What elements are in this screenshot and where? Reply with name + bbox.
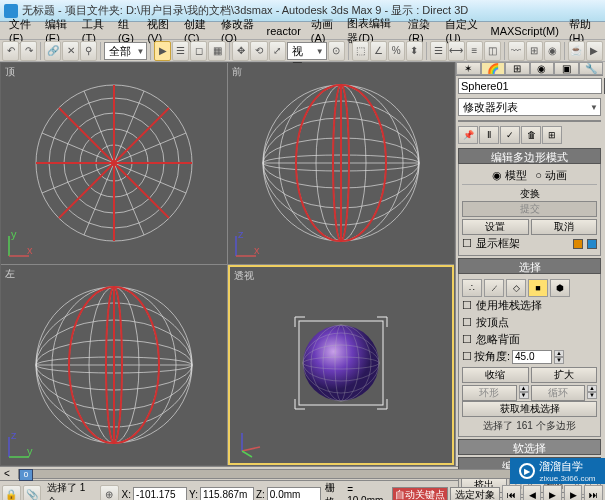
rotate-button[interactable]: ⟲: [250, 41, 267, 61]
select-button[interactable]: ▶: [154, 41, 171, 61]
viewport-front[interactable]: 前 zx: [228, 63, 454, 264]
ring-button[interactable]: 环形: [462, 385, 517, 401]
tab-utilities[interactable]: 🔧: [579, 62, 604, 75]
modifier-stack[interactable]: ◇编辑多边形 ◇对称 ◇编辑网格 ◇Sphere: [458, 120, 601, 122]
move-button[interactable]: ✥: [232, 41, 249, 61]
subobj-element[interactable]: ⬢: [550, 279, 570, 297]
layers-button[interactable]: ◫: [484, 41, 501, 61]
angle-spinner[interactable]: [512, 350, 552, 364]
ref-coord-combo[interactable]: 视图: [287, 42, 327, 60]
ignore-back-checkbox[interactable]: ☐: [462, 333, 472, 346]
select-region-button[interactable]: ◻: [190, 41, 207, 61]
spinner-snap[interactable]: ⬍: [406, 41, 423, 61]
menu-tools[interactable]: 工具(T): [77, 17, 113, 44]
coord-x-input[interactable]: [133, 487, 187, 500]
mirror-button[interactable]: ⟷: [448, 41, 465, 61]
object-name-input[interactable]: [458, 78, 602, 94]
rollout-soft-sel-header[interactable]: 软选择: [458, 439, 601, 455]
percent-snap[interactable]: %: [388, 41, 405, 61]
render-scene-button[interactable]: ☕: [568, 41, 585, 61]
menu-customize[interactable]: 自定义(U): [440, 17, 485, 44]
quick-render-button[interactable]: ▶: [586, 41, 603, 61]
by-angle-checkbox[interactable]: ☐: [462, 350, 472, 363]
lock-icon[interactable]: 📎: [23, 485, 42, 501]
grow-button[interactable]: 扩大: [531, 367, 598, 383]
menu-maxscript[interactable]: MAXScript(M): [486, 25, 564, 37]
cage-color-1[interactable]: [573, 239, 583, 249]
radio-model[interactable]: ◉ 模型: [492, 168, 527, 183]
link-button[interactable]: 🔗: [44, 41, 61, 61]
goto-end-button[interactable]: ⏭: [584, 485, 603, 501]
spinner-up[interactable]: ▲: [554, 350, 564, 357]
menu-reactor[interactable]: reactor: [262, 25, 306, 37]
coord-y-input[interactable]: [200, 487, 254, 500]
schematic-button[interactable]: ⊞: [526, 41, 543, 61]
by-vertex-checkbox[interactable]: ☐: [462, 316, 472, 329]
rollout-edit-mode-header[interactable]: 编辑多边形模式: [458, 148, 601, 164]
menu-modifiers[interactable]: 修改器(O): [216, 17, 261, 44]
snap-toggle[interactable]: ⬚: [352, 41, 369, 61]
pin-stack-button[interactable]: 📌: [458, 126, 478, 144]
window-crossing-button[interactable]: ▦: [208, 41, 225, 61]
scale-button[interactable]: ⤢: [269, 41, 286, 61]
named-sel-button[interactable]: ☰: [430, 41, 447, 61]
rollout-selection-header[interactable]: 选择: [458, 258, 601, 274]
material-editor-button[interactable]: ◉: [544, 41, 561, 61]
unlink-button[interactable]: ✕: [62, 41, 79, 61]
menu-help[interactable]: 帮助(H): [564, 17, 601, 44]
redo-button[interactable]: ↷: [20, 41, 37, 61]
transform-type-button[interactable]: ⊕: [100, 485, 119, 501]
get-stack-sel-button[interactable]: 获取堆栈选择: [462, 401, 597, 417]
bind-button[interactable]: ⚲: [80, 41, 97, 61]
menu-group[interactable]: 组(G): [113, 17, 143, 44]
submit-button[interactable]: 提交: [462, 201, 597, 217]
subobj-vertex[interactable]: ∴: [462, 279, 482, 297]
make-unique-button[interactable]: ✓: [500, 126, 520, 144]
subobj-polygon[interactable]: ■: [528, 279, 548, 297]
menu-edit[interactable]: 编辑(E): [40, 17, 77, 44]
goto-start-button[interactable]: ⏮: [502, 485, 521, 501]
time-marker[interactable]: 0: [19, 469, 33, 481]
tab-motion[interactable]: ◉: [530, 62, 555, 75]
menu-render[interactable]: 渲染(R): [403, 17, 440, 44]
select-name-button[interactable]: ☰: [172, 41, 189, 61]
cancel-button[interactable]: 取消: [531, 219, 598, 235]
remove-modifier-button[interactable]: 🗑: [521, 126, 541, 144]
angle-snap[interactable]: ∠: [370, 41, 387, 61]
configure-sets-button[interactable]: ⊞: [542, 126, 562, 144]
modifier-list-combo[interactable]: 修改器列表: [458, 98, 601, 116]
tab-hierarchy[interactable]: ⊞: [505, 62, 530, 75]
sel-locked-button[interactable]: 选定对象: [450, 487, 500, 501]
show-end-result-button[interactable]: Ⅱ: [479, 126, 499, 144]
use-stack-sel-checkbox[interactable]: ☐: [462, 299, 472, 312]
selection-filter-combo[interactable]: 全部: [104, 42, 147, 60]
menu-view[interactable]: 视图(V): [142, 17, 179, 44]
menu-animation[interactable]: 动画(A): [306, 17, 343, 44]
next-frame-button[interactable]: ▶: [564, 485, 583, 501]
settings-button[interactable]: 设置: [462, 219, 529, 235]
lock-selection-button[interactable]: 🔒: [2, 485, 21, 501]
shrink-button[interactable]: 收缩: [462, 367, 529, 383]
loop-button[interactable]: 循环: [531, 385, 586, 401]
subobj-edge[interactable]: ⟋: [484, 279, 504, 297]
viewport-top[interactable]: 顶 yx: [1, 63, 227, 264]
spinner-down[interactable]: ▼: [554, 357, 564, 364]
curve-editor-button[interactable]: 〰: [508, 41, 525, 61]
menu-file[interactable]: 文件(F): [4, 17, 40, 44]
undo-button[interactable]: ↶: [2, 41, 19, 61]
align-button[interactable]: ≡: [466, 41, 483, 61]
viewport-perspective[interactable]: 透视: [228, 265, 454, 466]
play-button[interactable]: ▶: [543, 485, 562, 501]
radio-anim[interactable]: ○ 动画: [535, 168, 567, 183]
cage-color-2[interactable]: [587, 239, 597, 249]
prev-frame-button[interactable]: ◀: [523, 485, 542, 501]
tab-display[interactable]: ▣: [554, 62, 579, 75]
auto-key-button[interactable]: 自动关键点: [392, 487, 448, 501]
show-cage-checkbox[interactable]: ☐: [462, 237, 472, 250]
subobj-border[interactable]: ◇: [506, 279, 526, 297]
coord-z-input[interactable]: [267, 487, 321, 500]
tab-create[interactable]: ✶: [456, 62, 481, 75]
pivot-button[interactable]: ⊙: [328, 41, 345, 61]
menu-create[interactable]: 创建(C): [179, 17, 216, 44]
viewport-left[interactable]: 左 zy: [1, 265, 227, 466]
